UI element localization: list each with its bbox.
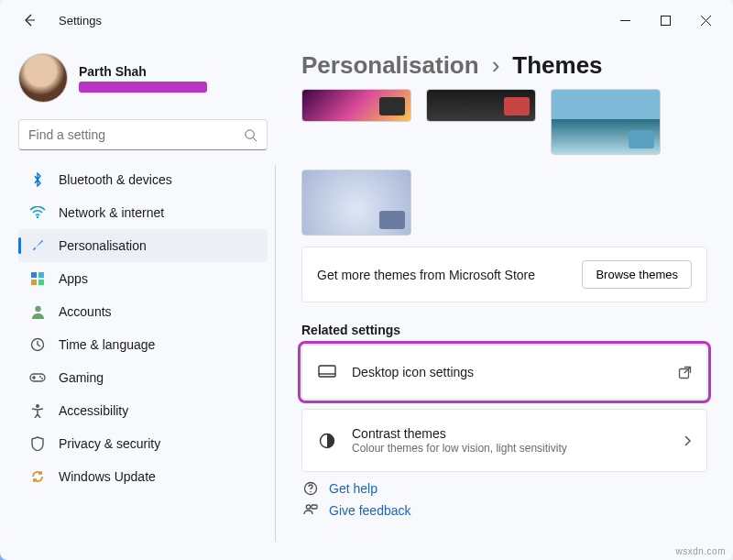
shield-icon: [29, 435, 46, 452]
nav-label: Accessibility: [59, 403, 128, 418]
nav-accessibility[interactable]: Accessibility: [18, 394, 268, 427]
search-input[interactable]: [28, 127, 244, 142]
svg-rect-19: [312, 505, 317, 509]
minimize-button[interactable]: [605, 5, 645, 35]
nav-label: Gaming: [59, 370, 104, 385]
nav-label: Bluetooth & devices: [59, 172, 172, 187]
nav-time[interactable]: Time & language: [18, 328, 268, 361]
breadcrumb: Personalisation › Themes: [301, 51, 707, 80]
close-icon: [701, 16, 711, 26]
contrast-icon: [317, 431, 337, 451]
profile[interactable]: Parth Shah: [18, 53, 268, 103]
nav-accounts[interactable]: Accounts: [18, 295, 268, 328]
nav-network[interactable]: Network & internet: [18, 196, 268, 229]
bluetooth-icon: [29, 171, 46, 188]
theme-preview[interactable]: [426, 89, 536, 122]
store-row: Get more themes from Microsoft Store Bro…: [301, 247, 707, 302]
nav-label: Network & internet: [59, 205, 164, 220]
maximize-button[interactable]: [645, 5, 685, 35]
nav-apps[interactable]: Apps: [18, 262, 268, 295]
profile-email-redacted: [79, 82, 207, 93]
svg-rect-13: [319, 366, 335, 377]
theme-overlay: [379, 211, 405, 229]
settings-window: Settings Parth Shah: [0, 0, 733, 560]
content: Personalisation › Themes Get more themes…: [275, 40, 733, 560]
nav-label: Personalisation: [59, 238, 147, 253]
card-title: Desktop icon settings: [352, 365, 663, 379]
svg-point-18: [306, 505, 310, 509]
update-icon: [29, 468, 46, 485]
nav-privacy[interactable]: Privacy & security: [18, 427, 268, 460]
chevron-right-icon: ›: [492, 51, 500, 80]
browse-themes-button[interactable]: Browse themes: [582, 260, 692, 289]
help-icon: [301, 481, 320, 496]
nav-personalisation[interactable]: Personalisation: [18, 229, 268, 262]
sidebar-nav: Bluetooth & devices Network & internet P…: [18, 163, 268, 493]
svg-point-11: [41, 378, 43, 379]
nav-label: Time & language: [59, 337, 155, 352]
profile-name: Parth Shah: [79, 64, 207, 79]
maximize-icon: [661, 16, 671, 26]
titlebar: Settings: [0, 0, 733, 40]
feedback-icon: [301, 503, 320, 518]
svg-point-12: [36, 404, 39, 408]
watermark: wsxdn.com: [675, 546, 726, 556]
wifi-icon: [29, 204, 46, 221]
nav-gaming[interactable]: Gaming: [18, 361, 268, 394]
gamepad-icon: [29, 369, 46, 386]
nav-label: Windows Update: [59, 469, 156, 484]
back-button[interactable]: [16, 7, 42, 33]
breadcrumb-parent[interactable]: Personalisation: [301, 51, 479, 80]
search-box[interactable]: [18, 119, 268, 150]
avatar: [18, 53, 68, 103]
svg-rect-4: [38, 272, 44, 278]
desktop-icon-settings-card[interactable]: Desktop icon settings: [301, 345, 707, 400]
window-title: Settings: [59, 14, 102, 27]
svg-point-7: [35, 306, 40, 312]
clock-icon: [29, 336, 46, 353]
minimize-icon: [620, 16, 630, 26]
contrast-themes-card[interactable]: Contrast themes Colour themes for low vi…: [301, 409, 707, 472]
svg-rect-3: [31, 272, 37, 278]
arrow-left-icon: [22, 13, 37, 27]
svg-rect-5: [31, 280, 37, 285]
card-desc: Colour themes for low vision, light sens…: [352, 442, 668, 455]
link-label: Give feedback: [329, 503, 411, 518]
person-icon: [29, 303, 46, 320]
svg-point-2: [37, 216, 38, 218]
search-icon: [244, 128, 257, 142]
nav-label: Privacy & security: [59, 436, 160, 451]
theme-preview[interactable]: [551, 89, 661, 155]
brush-icon: [29, 237, 46, 254]
card-title: Contrast themes: [352, 426, 668, 441]
theme-preview[interactable]: [301, 170, 411, 236]
svg-point-1: [246, 129, 254, 137]
theme-overlay: [379, 97, 405, 115]
store-text: Get more themes from Microsoft Store: [317, 268, 582, 282]
nav-label: Apps: [59, 271, 88, 286]
chevron-right-icon: [683, 434, 692, 447]
desktop-icon: [317, 362, 337, 382]
open-external-icon: [678, 366, 692, 379]
accessibility-icon: [29, 402, 46, 419]
get-help-link[interactable]: Get help: [301, 481, 707, 496]
related-heading: Related settings: [301, 323, 707, 337]
give-feedback-link[interactable]: Give feedback: [301, 503, 707, 518]
theme-overlay: [504, 97, 530, 115]
svg-point-17: [310, 491, 312, 493]
nav-label: Accounts: [59, 304, 112, 319]
close-button[interactable]: [685, 5, 726, 35]
nav-update[interactable]: Windows Update: [18, 460, 268, 493]
apps-icon: [29, 270, 46, 287]
theme-overlay: [629, 130, 654, 148]
theme-previews: [301, 89, 707, 236]
sidebar: Parth Shah Bluetooth & devices Ne: [0, 40, 275, 560]
svg-rect-6: [38, 280, 44, 285]
theme-preview[interactable]: [301, 89, 411, 122]
breadcrumb-current: Themes: [512, 51, 602, 80]
svg-rect-0: [661, 16, 670, 25]
link-label: Get help: [329, 481, 377, 496]
nav-bluetooth[interactable]: Bluetooth & devices: [18, 163, 268, 196]
svg-point-10: [39, 376, 41, 378]
